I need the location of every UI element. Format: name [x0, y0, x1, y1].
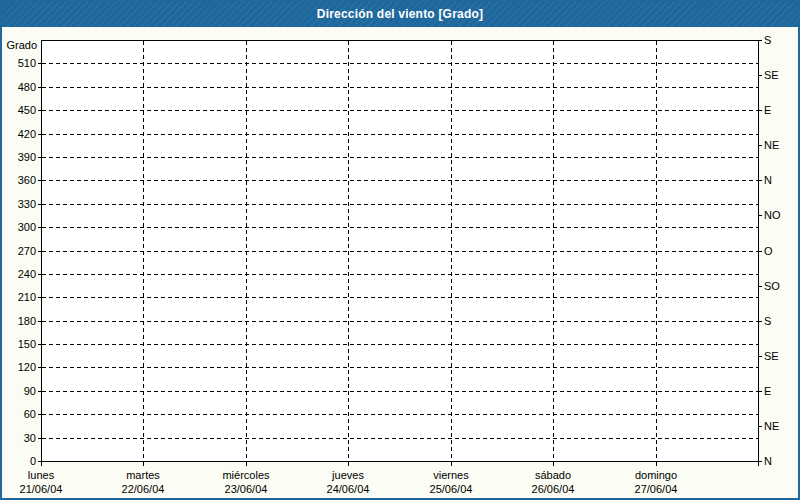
- compass-label: E: [764, 385, 771, 397]
- date-label: 25/06/04: [430, 483, 473, 495]
- y-tick-label-left: 270: [18, 245, 36, 257]
- compass-label: O: [764, 245, 773, 257]
- y-axis-title: Grado: [6, 39, 37, 51]
- y-tick-label-left: 210: [18, 291, 36, 303]
- y-tick-label-left: 390: [18, 151, 36, 163]
- date-label: 23/06/04: [225, 483, 268, 495]
- y-tick-label-left: 450: [18, 104, 36, 116]
- compass-label: E: [764, 104, 771, 116]
- compass-label: SE: [764, 69, 779, 81]
- y-tick-label-left: 60: [24, 408, 36, 420]
- compass-label: N: [764, 174, 772, 186]
- y-tick-label-left: 150: [18, 338, 36, 350]
- y-tick-label-left: 90: [24, 385, 36, 397]
- chart-content: 0306090120150180210240270300330360390420…: [2, 27, 798, 498]
- y-tick-label-left: 0: [30, 455, 36, 467]
- compass-label: NE: [764, 139, 779, 151]
- y-tick-label-left: 300: [18, 221, 36, 233]
- date-label: 22/06/04: [122, 483, 165, 495]
- chart-title: Dirección del viento [Grado]: [317, 7, 483, 21]
- day-label: lunes: [28, 469, 55, 481]
- date-label: 27/06/04: [635, 483, 678, 495]
- title-bar: Dirección del viento [Grado]: [2, 2, 798, 27]
- date-label: 24/06/04: [327, 483, 370, 495]
- day-label: martes: [126, 469, 160, 481]
- y-tick-label-left: 420: [18, 128, 36, 140]
- day-label: jueves: [331, 469, 364, 481]
- day-label: miércoles: [222, 469, 270, 481]
- compass-label: S: [764, 315, 771, 327]
- y-tick-label-left: 30: [24, 432, 36, 444]
- day-label: domingo: [635, 469, 677, 481]
- compass-label: NE: [764, 420, 779, 432]
- date-label: 21/06/04: [20, 483, 63, 495]
- y-tick-label-left: 180: [18, 315, 36, 327]
- y-tick-label-left: 120: [18, 361, 36, 373]
- compass-label: N: [764, 455, 772, 467]
- compass-label: SO: [764, 280, 780, 292]
- chart-window: Dirección del viento [Grado] 03060901201…: [0, 0, 800, 500]
- compass-label: S: [764, 34, 771, 46]
- wind-direction-chart: 0306090120150180210240270300330360390420…: [2, 27, 798, 498]
- date-label: 26/06/04: [532, 483, 575, 495]
- compass-label: NO: [764, 209, 781, 221]
- y-tick-label-left: 360: [18, 174, 36, 186]
- y-tick-label-left: 330: [18, 198, 36, 210]
- day-label: viernes: [433, 469, 469, 481]
- day-label: sábado: [535, 469, 571, 481]
- y-tick-label-left: 480: [18, 81, 36, 93]
- y-tick-label-left: 510: [18, 57, 36, 69]
- compass-label: SE: [764, 350, 779, 362]
- y-tick-label-left: 240: [18, 268, 36, 280]
